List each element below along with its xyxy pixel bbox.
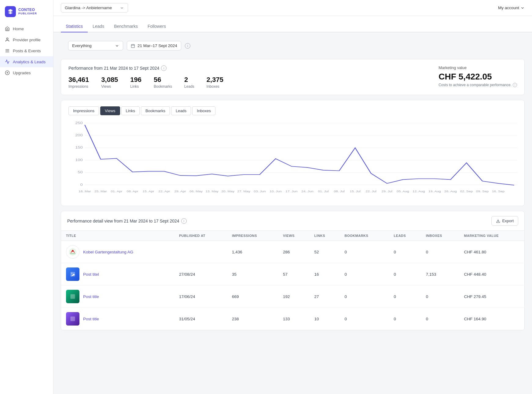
col-leads: LEADS xyxy=(389,231,421,241)
performance-table: TITLE PUBLISHED AT IMPRESSIONS VIEWS LIN… xyxy=(61,231,524,330)
col-views: VIEWS xyxy=(278,231,310,241)
marketing-value-panel: Marketing value CHF 5,422.05 Costs to ac… xyxy=(438,65,517,87)
views: 192 xyxy=(278,285,310,308)
user-icon xyxy=(5,37,10,42)
sidebar-nav: Home Provider profile Posts & Events Ana… xyxy=(0,23,53,78)
image-icon xyxy=(70,316,76,322)
chart-tab-impressions[interactable]: Impressions xyxy=(68,106,99,115)
svg-text:29. Apr: 29. Apr xyxy=(174,190,186,193)
sidebar-item-provider-profile[interactable]: Provider profile xyxy=(0,34,53,45)
sidebar-item-analytics-leads[interactable]: Analytics & Leads xyxy=(0,56,53,67)
impressions: 35 xyxy=(227,263,278,285)
svg-text:20. May: 20. May xyxy=(221,190,235,193)
logo-icon xyxy=(5,6,16,17)
performance-card: Performance from 21 Mar 2024 to 17 Sept … xyxy=(61,59,525,95)
chart-tab-links[interactable]: Links xyxy=(121,106,140,115)
table-row: Post title 17/06/24 669 192 27 0 0 0 CHF… xyxy=(61,285,524,308)
svg-text:250: 250 xyxy=(75,121,83,125)
tab-statistics[interactable]: Statistics xyxy=(61,21,88,32)
bookmarks: 0 xyxy=(340,241,389,263)
stat-bookmarks: 56 Bookmarks xyxy=(154,76,172,89)
svg-text:15. Apr: 15. Apr xyxy=(143,190,155,193)
tab-followers[interactable]: Followers xyxy=(143,21,171,32)
svg-point-54 xyxy=(72,273,72,274)
performance-title: Performance from 21 Mar 2024 to 17 Sept … xyxy=(68,66,159,71)
post-title[interactable]: Post title xyxy=(83,317,99,321)
table-info-icon[interactable]: i xyxy=(181,218,187,224)
svg-text:03. Jun: 03. Jun xyxy=(254,190,266,193)
marketing-label: Marketing value xyxy=(438,65,517,70)
svg-text:0: 0 xyxy=(80,183,83,186)
svg-text:26. Aug: 26. Aug xyxy=(444,190,457,193)
svg-text:150: 150 xyxy=(75,146,83,149)
marketing-info-icon[interactable]: i xyxy=(513,83,517,87)
svg-point-0 xyxy=(6,38,8,39)
chevron-down-icon xyxy=(115,44,119,48)
post-title[interactable]: Post titel xyxy=(83,272,99,277)
post-title[interactable]: Post title xyxy=(83,294,99,299)
bookmarks: 0 xyxy=(340,308,389,330)
sidebar-item-home[interactable]: Home xyxy=(0,23,53,34)
svg-text:02. Sep: 02. Sep xyxy=(460,190,473,193)
tab-benchmarks[interactable]: Benchmarks xyxy=(109,21,143,32)
sidebar-item-label: Upgrades xyxy=(13,71,31,75)
sidebar-item-label: Provider profile xyxy=(13,38,41,42)
chart-tab-leads[interactable]: Leads xyxy=(171,106,191,115)
image-icon xyxy=(70,293,76,300)
chart-tab-views[interactable]: Views xyxy=(100,106,120,115)
impressions: 1,436 xyxy=(227,241,278,263)
sidebar-item-upgrades[interactable]: Upgrades xyxy=(0,67,53,78)
main-tabs: Statistics Leads Benchmarks Followers xyxy=(53,16,532,32)
category-filter-label: Everything xyxy=(72,43,92,48)
category-filter-dropdown[interactable]: Everything xyxy=(68,41,123,50)
tab-leads[interactable]: Leads xyxy=(88,21,109,32)
col-inboxes: INBOXES xyxy=(421,231,459,241)
date-range-filter[interactable]: 21 Mar–17 Sept 2024 xyxy=(127,41,181,50)
svg-text:24. Jun: 24. Jun xyxy=(301,190,314,193)
marketing-value: CHF 461.80 xyxy=(459,241,524,263)
impressions: 238 xyxy=(227,308,278,330)
filters-bar: Everything 21 Mar–17 Sept 2024 i xyxy=(61,36,525,55)
views: 57 xyxy=(278,263,310,285)
chart-tab-inboxes[interactable]: Inboxes xyxy=(192,106,215,115)
post-thumb xyxy=(66,290,79,303)
post-title[interactable]: Kobel Gartengestaltung AG xyxy=(83,250,133,254)
svg-rect-7 xyxy=(131,44,135,48)
chart-tabs: Impressions Views Links Bookmarks Leads … xyxy=(68,106,517,115)
sidebar-item-posts-events[interactable]: Posts & Events xyxy=(0,45,53,56)
svg-text:50: 50 xyxy=(78,171,83,174)
marketing-value: CHF 448.40 xyxy=(459,263,524,285)
table-row: Post title 31/05/24 238 133 10 0 0 0 CHF… xyxy=(61,308,524,330)
svg-text:29. Jul: 29. Jul xyxy=(382,190,392,193)
chevron-down-icon xyxy=(120,6,124,10)
performance-info-icon[interactable]: i xyxy=(161,65,167,71)
svg-text:05. Aug: 05. Aug xyxy=(397,190,409,193)
svg-text:22. Jul: 22. Jul xyxy=(366,190,376,193)
sidebar-item-label: Analytics & Leads xyxy=(13,60,46,64)
post-cell: Post titel xyxy=(66,267,169,281)
post-thumb xyxy=(66,267,79,281)
provider-dropdown[interactable]: Giardina -> Anbietername xyxy=(61,3,128,13)
home-icon xyxy=(5,26,10,31)
marketing-value: CHF 164.90 xyxy=(459,308,524,330)
inboxes: 0 xyxy=(421,308,459,330)
col-published-at: PUBLISHED AT xyxy=(174,231,227,241)
date-range-label: 21 Mar–17 Sept 2024 xyxy=(138,43,177,48)
table-row: Kobel Gartengestaltung AG 1,436 286 52 0… xyxy=(61,241,524,263)
my-account-button[interactable]: My account xyxy=(498,6,525,10)
brand-sub: PUBLISHER xyxy=(18,12,37,15)
filter-info-icon[interactable]: i xyxy=(185,43,190,49)
chart-tab-bookmarks[interactable]: Bookmarks xyxy=(141,106,170,115)
published-at xyxy=(174,241,227,263)
post-cell: Post title xyxy=(66,312,169,326)
svg-text:200: 200 xyxy=(75,133,83,137)
svg-text:01. Apr: 01. Apr xyxy=(111,190,123,193)
col-title: TITLE xyxy=(61,231,174,241)
performance-stats: 36,461 Impressions 3,085 Views 196 Links xyxy=(68,76,438,89)
svg-text:08. Apr: 08. Apr xyxy=(127,190,138,193)
export-button[interactable]: Export xyxy=(491,216,518,226)
published-at: 27/08/24 xyxy=(174,263,227,285)
provider-dropdown-label: Giardina -> Anbietername xyxy=(65,6,112,10)
impressions: 669 xyxy=(227,285,278,308)
marketing-sub: Costs to achieve a comparable performanc… xyxy=(438,83,517,87)
